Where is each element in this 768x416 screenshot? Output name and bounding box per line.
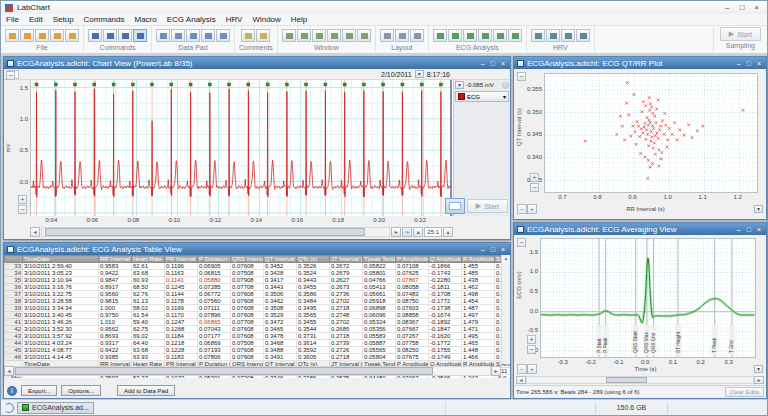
cell-value[interactable]: 0.07111 bbox=[198, 305, 231, 312]
cell-value[interactable]: 0.05887 bbox=[363, 340, 396, 347]
cell-value[interactable]: 0.3478 bbox=[264, 333, 297, 340]
cascade-windows-icon[interactable] bbox=[297, 29, 311, 42]
cell-value[interactable]: 0.2718 bbox=[330, 333, 363, 340]
cell-value[interactable]: 0.07608 bbox=[231, 312, 264, 319]
maximize-button[interactable]: □ bbox=[491, 60, 495, 67]
cell-value[interactable]: -0.1738 bbox=[429, 305, 462, 312]
cell-value[interactable]: 0.07603 bbox=[396, 305, 429, 312]
avg-scrollbar[interactable] bbox=[526, 376, 754, 384]
save-icon[interactable] bbox=[35, 29, 49, 42]
cell-value[interactable]: 0.07608 bbox=[231, 333, 264, 340]
cell-value[interactable]: 0.05413 bbox=[363, 284, 396, 291]
cell-value[interactable]: 0.06905 bbox=[198, 263, 231, 270]
cell-value[interactable]: 63.68 bbox=[132, 270, 165, 277]
h-zoom-in-button[interactable]: + bbox=[527, 204, 537, 214]
cell-value[interactable]: 0.2748 bbox=[330, 312, 363, 319]
cell-value[interactable]: 0.06772 bbox=[198, 291, 231, 298]
cell-value[interactable]: 0.3488 bbox=[264, 347, 297, 354]
menu-item-window[interactable]: Window bbox=[247, 15, 285, 24]
ecg-averaging-icon[interactable] bbox=[463, 29, 477, 42]
cell-value[interactable]: 0.04766 bbox=[363, 277, 396, 284]
cell-value[interactable]: 1.498 bbox=[462, 291, 495, 298]
cell-value[interactable]: 0.07177 bbox=[198, 333, 231, 340]
cell-value[interactable]: -0.1892 bbox=[429, 319, 462, 326]
cell-value[interactable]: 58.02 bbox=[132, 305, 165, 312]
cell-value[interactable]: 0.05356 bbox=[363, 326, 396, 333]
table-row[interactable]: 353/10/2011 3:10.940.984760.930.11410.05… bbox=[5, 277, 511, 284]
cell-value[interactable]: -0.2280 bbox=[429, 277, 462, 284]
export-icon[interactable] bbox=[65, 29, 79, 42]
layout-grid-icon[interactable] bbox=[380, 29, 394, 42]
split-window-icon[interactable] bbox=[327, 29, 341, 42]
table-row[interactable]: 453/10/2011 4:08.770.942263.680.12280.07… bbox=[5, 347, 511, 354]
cell-value[interactable]: 63.68 bbox=[132, 347, 165, 354]
cell-value[interactable]: 0.07043 bbox=[198, 326, 231, 333]
chart-window-icon[interactable] bbox=[342, 29, 356, 42]
cell-value[interactable]: 0.07108 bbox=[396, 263, 429, 270]
column-header[interactable]: RR Interval (s) bbox=[99, 256, 132, 263]
cell-timedate[interactable]: 3/10/2011 3:52.30 bbox=[23, 326, 99, 333]
cell-value[interactable]: 0.2672 bbox=[330, 263, 363, 270]
scroll-up-button[interactable]: ▴ bbox=[502, 255, 510, 261]
cell-value[interactable]: 1.495 bbox=[462, 333, 495, 340]
cell-value[interactable]: 1.010 bbox=[99, 319, 132, 326]
column-header[interactable]: QT Interval (s) bbox=[264, 256, 297, 263]
ecg-settings-icon[interactable] bbox=[433, 29, 447, 42]
cell-value[interactable]: 59.40 bbox=[132, 319, 165, 326]
scroll-right-button[interactable]: ▸ bbox=[754, 376, 764, 384]
cell-value[interactable]: 0.8917 bbox=[99, 284, 132, 291]
cell-value[interactable]: 0.05324 bbox=[363, 319, 396, 326]
cell-value[interactable]: 0.1218 bbox=[165, 340, 198, 347]
column-header[interactable]: Q Amplitude (mV) bbox=[429, 256, 462, 263]
cell-value[interactable]: 0.07896 bbox=[198, 312, 231, 319]
datapad-view-icon[interactable] bbox=[156, 29, 170, 42]
ecg-chart-plot[interactable] bbox=[30, 80, 453, 216]
cell-value[interactable]: 0.07608 bbox=[231, 305, 264, 312]
cell-value[interactable]: 0.07608 bbox=[231, 291, 264, 298]
datapad-autofill-icon[interactable] bbox=[201, 29, 215, 42]
cell-value[interactable]: 0.07667 bbox=[396, 326, 429, 333]
cell-value[interactable]: 0.07193 bbox=[198, 347, 231, 354]
cell-value[interactable]: 0.3506 bbox=[264, 291, 297, 298]
cell-value[interactable]: 1.497 bbox=[462, 312, 495, 319]
cell-value[interactable]: 0.1141 bbox=[165, 277, 198, 284]
app-close-button[interactable]: × bbox=[754, 3, 759, 12]
table-row[interactable]: 463/10/2011 4:14.450.938563.930.11830.07… bbox=[5, 354, 511, 361]
time-dropdown-button[interactable]: ▾ bbox=[415, 70, 424, 78]
cell-value[interactable]: 0.05661 bbox=[363, 291, 396, 298]
cell-value[interactable]: -0.1708 bbox=[429, 291, 462, 298]
cell-value[interactable]: 64.40 bbox=[132, 340, 165, 347]
cell-value[interactable]: 0.3526 bbox=[297, 263, 330, 270]
cell-value[interactable]: 0.2739 bbox=[330, 340, 363, 347]
cell-value[interactable]: 0.3605 bbox=[297, 354, 330, 361]
h-zoom-out-button[interactable]: − bbox=[517, 364, 527, 374]
cell-value[interactable]: 0.05565 bbox=[363, 347, 396, 354]
menu-item-help[interactable]: Help bbox=[286, 15, 312, 24]
table-row[interactable]: 423/10/2011 3:52.300.956262.750.12680.07… bbox=[5, 326, 511, 333]
cell-value[interactable]: 0.05880 bbox=[198, 277, 231, 284]
cell-timedate[interactable]: 3/10/2011 3:16.76 bbox=[23, 284, 99, 291]
table-row[interactable]: 373/10/2011 3:22.750.956062.760.11440.06… bbox=[5, 291, 511, 298]
scroll-left-button[interactable]: ◂ bbox=[516, 376, 526, 384]
chart-view-titlebar[interactable]: ECGAnalysis.adicht: Chart View (PowerLab… bbox=[4, 57, 510, 69]
cell-value[interactable]: 0.2627 bbox=[330, 277, 363, 284]
hrv-add-icon[interactable] bbox=[576, 29, 590, 42]
app-minimize-button[interactable]: – bbox=[725, 3, 729, 12]
cell-value[interactable]: 1.465 bbox=[462, 340, 495, 347]
cell-value[interactable]: 0.1144 bbox=[165, 291, 198, 298]
value-dropdown-button[interactable]: ▾ bbox=[455, 81, 464, 89]
column-header[interactable]: Tpeak Tend Interv bbox=[363, 256, 396, 263]
column-header[interactable]: P Amplitude (mV) bbox=[396, 256, 429, 263]
cell-value[interactable]: 0.3455 bbox=[297, 284, 330, 291]
help-icon[interactable]: ? bbox=[502, 82, 509, 89]
cell-value[interactable]: 0.1184 bbox=[165, 333, 198, 340]
cell-value[interactable]: 0.2726 bbox=[330, 347, 363, 354]
cell-value[interactable]: 0.3495 bbox=[297, 305, 330, 312]
cell-value[interactable]: 0.07675 bbox=[396, 354, 429, 361]
cell-value[interactable]: 1.487 bbox=[462, 305, 495, 312]
cell-value[interactable]: 0.07758 bbox=[396, 340, 429, 347]
clear-edits-button[interactable]: Clear Edits bbox=[725, 387, 764, 397]
chart-start-button[interactable]: ▶ Start bbox=[467, 199, 508, 213]
cell-timedate[interactable]: 3/10/2011 3:22.75 bbox=[23, 291, 99, 298]
cell-value[interactable]: 0.3455 bbox=[297, 319, 330, 326]
